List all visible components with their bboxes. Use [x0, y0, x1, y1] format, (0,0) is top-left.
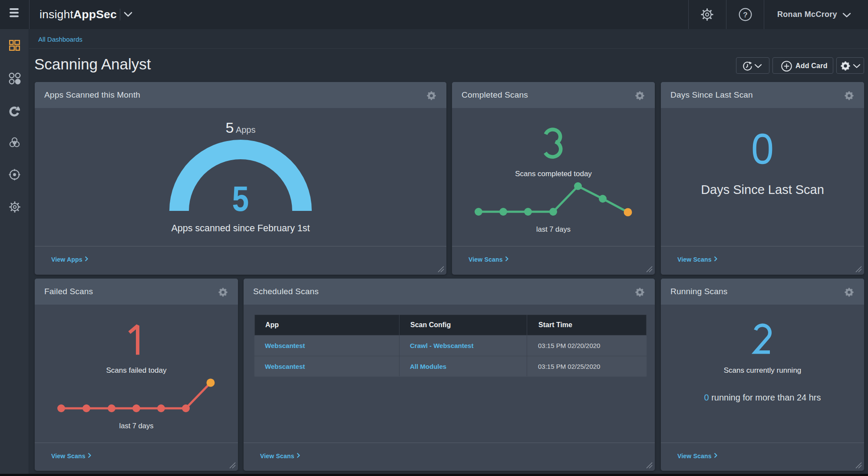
svg-text:?: ? — [743, 11, 747, 19]
